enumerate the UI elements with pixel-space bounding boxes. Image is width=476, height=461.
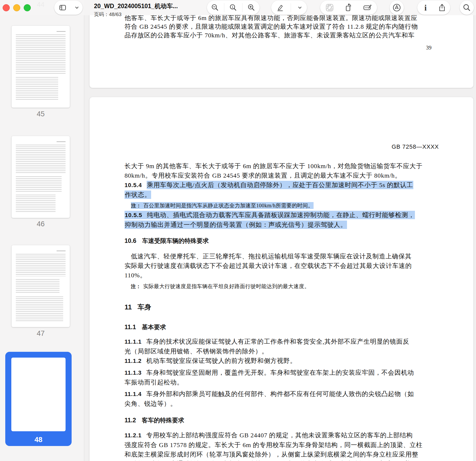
page-indicator: 页码：48/63 xyxy=(94,11,178,18)
highlighted-text: 纯电动、插电式混合动力载客汽车应具备踏板误踩加速抑制功能，在静止、蠕行时能够检测… xyxy=(147,212,415,218)
thumbnail-page-preview xyxy=(16,254,66,276)
rotate-button[interactable] xyxy=(341,1,356,15)
heading-text: 车速受限车辆的特殊要求 xyxy=(142,237,209,244)
window-title: 20_WD_2024005101_机动车... xyxy=(94,2,178,10)
standard-number-header: GB 7258—XXXX xyxy=(125,143,439,150)
doc-line: 实际最大行驶速度在满载状态下不会超过其最大设计车速，在空载状态下不会超过其最大设… xyxy=(125,261,439,270)
sidebar-toggle-group xyxy=(54,1,83,15)
zoom-actual-size-button[interactable]: 1 xyxy=(226,1,240,15)
search-icon xyxy=(463,3,471,12)
share-button[interactable] xyxy=(435,1,449,15)
doc-note-line: 注：百公里加速时间是指汽车从静止状态全力加速至100km/h所需要的时间。 xyxy=(131,202,439,210)
doc-text: 实际最大行驶速度在满载状态下不会超过其最大设计车速，在空载状态下不会超过其最大设… xyxy=(125,262,412,269)
page-indicator-value: 48/63 xyxy=(109,12,122,17)
doc-line: 抑制动力输出并通过一个明显的信号装置（例如：声或光信号）提示驾驶人。 xyxy=(125,220,439,229)
doc-line: 110%。 xyxy=(125,270,439,280)
doc-text: 110%。 xyxy=(125,272,146,279)
chevron-down-icon xyxy=(73,4,80,11)
zoom-out-button[interactable] xyxy=(208,1,222,15)
heading-text: 基本要求 xyxy=(142,324,166,330)
sidebar-toggle-button[interactable] xyxy=(56,1,70,15)
doc-line: 11.1.1车身的技术状况应能保证驾驶人有正常的工作条件和客货安全,其外部不应产… xyxy=(125,337,439,347)
thumbnail-page-preview xyxy=(57,31,66,32)
clause-number: 11 xyxy=(125,303,132,311)
doc-note-line: 注：实际最大行驶速度是指车辆在平坦良好路面行驶时能达到的最大速度。 xyxy=(131,282,439,290)
doc-line: 11.1.2机动车驾驶室应保证驾驶人的前方视野和侧方视野。 xyxy=(125,356,439,366)
thumbnail-sidebar: 44 45 46 47 48 xyxy=(0,0,84,461)
chapter-heading: 11车身 xyxy=(125,303,439,312)
doc-line: 低速汽车、轻便摩托车、正三轮摩托车、拖拉机运输机组等车速受限车辆应在设计及制造上… xyxy=(125,252,439,261)
markup-pencil-icon xyxy=(276,3,284,12)
annotate-button[interactable] xyxy=(390,1,404,15)
section-heading: 11.1基本要求 xyxy=(125,323,439,331)
zoom-controls-group: 1 xyxy=(207,1,260,15)
doc-text: 尖角、锐边等）。 xyxy=(125,400,177,407)
highlighted-text: 抑制动力输出并通过一个明显的信号装置（例如：声或光信号）提示驾驶人。 xyxy=(125,221,347,229)
thumbnail-page-preview xyxy=(15,385,57,397)
doc-line: 10.5.4乘用车每次上电/点火后（发动机自动启停除外），应处于百公里加速时间不… xyxy=(125,180,439,190)
zoom-out-icon xyxy=(211,3,219,12)
thumbnail-page-preview xyxy=(16,195,56,213)
markup-group xyxy=(271,1,307,15)
markup-menu-button[interactable] xyxy=(295,1,305,15)
thumbnail-page-preview xyxy=(57,141,66,142)
doc-text: 80km/h。专用校车应安装符合 GB 24545 要求的限速装置，且调定的最大… xyxy=(125,172,401,179)
clause-number: 11.1.3 xyxy=(125,369,142,376)
zoom-actual-size-icon: 1 xyxy=(229,3,237,12)
section-heading: 10.6车速受限车辆的特殊要求 xyxy=(125,237,439,245)
doc-text: 低速汽车、轻便摩托车、正三轮摩托车、拖拉机运输机组等车速受限车辆应在设计及制造上… xyxy=(131,253,411,260)
doc-text: 专用校车的上部结构强度应符合 GB 24407 的规定，其他未设置乘客站立区的客… xyxy=(146,432,413,439)
thumbnail-page-preview xyxy=(16,279,60,294)
highlighted-text: 百公里加速时间是指汽车从静止状态全力加速至100km/h所需要的时间。 xyxy=(143,203,313,208)
zoom-in-button[interactable] xyxy=(244,1,259,15)
doc-text: 车振动而引起松动。 xyxy=(125,379,183,386)
window-close-button[interactable] xyxy=(3,4,10,11)
doc-line: 长大于 9m 的其他客车、车长大于或等于 6m 的旅居车不应大于 100km/h… xyxy=(125,161,439,171)
highlighted-text: 乘用车每次上电/点火后（发动机自动启停除外），应处于百公里加速时间不小于 5s … xyxy=(147,181,413,189)
thumbnail-page-47[interactable] xyxy=(12,245,70,327)
doc-line: 11.1.3车身和驾驶室应坚固耐用，覆盖件无开裂。车身和驾驶室在车架上的安装应牢… xyxy=(125,368,439,378)
heading-text: 客车的特殊要求 xyxy=(142,417,184,424)
thumbnail-page-preview xyxy=(16,145,66,174)
doc-line: 车振动而引起松动。 xyxy=(125,378,439,387)
doc-line: 80km/h。专用校车应安装符合 GB 24545 要求的限速装置，且调定的最大… xyxy=(125,171,439,180)
doc-text: 实际最大行驶速度是指车辆在平坦良好路面行驶时能达到的最大速度。 xyxy=(143,283,310,289)
thumbnail-page-preview xyxy=(15,362,62,383)
thumbnail-page-48-selected[interactable]: 48 xyxy=(5,352,72,446)
thumbnail-page-preview xyxy=(16,297,63,322)
clause-number: 10.5.5 xyxy=(125,212,142,218)
info-button[interactable]: i xyxy=(418,1,433,15)
page-tools-group xyxy=(320,1,377,15)
search-group xyxy=(460,1,474,15)
thumbnail-page-45[interactable] xyxy=(12,26,70,108)
doc-text: 强度应符合 GB 17578 的规定。车长大于 6m 的专用校车应为车身骨架结构… xyxy=(125,442,423,448)
pen-nib-circle-icon xyxy=(392,3,401,12)
note-label: 注： xyxy=(131,284,141,289)
thumbnail-page-preview xyxy=(15,399,60,418)
window-zoom-button[interactable] xyxy=(24,4,31,11)
thumbnail-page-46[interactable] xyxy=(12,136,70,218)
thumbnail-label-47: 47 xyxy=(12,329,70,338)
doc-text: 和底架主横梁应形成封闭环（轮罩与顶风窗处除外），从侧窗上纵梁到底横梁之间的车身立… xyxy=(125,451,418,458)
doc-line: 11.1.4车身外部和内部乘员可能触及的任何部件、构件都不应有任何可能使人致伤的… xyxy=(125,389,439,399)
heading-text: 车身 xyxy=(138,303,151,311)
doc-line: 符合 GB 24545 的要求，且限速功能或限速装置调定的最大车速对设置了符合 … xyxy=(125,22,439,31)
page-indicator-label: 页码： xyxy=(94,12,109,17)
sidebar-icon xyxy=(58,3,67,12)
window-minimize-button[interactable] xyxy=(13,4,20,11)
doc-line: 强度应符合 GB 17578 的规定。车长大于 6m 的专用校车应为车身骨架结构… xyxy=(125,440,439,450)
doc-line: 和底架主横梁应形成封闭环（轮罩与顶风窗处除外），从侧窗上纵梁到底横梁之间的车身立… xyxy=(125,450,439,459)
markup-button[interactable] xyxy=(273,1,287,15)
clause-number: 11.1.4 xyxy=(125,391,142,397)
clause-number: 11.2 xyxy=(125,417,136,424)
form-fill-button[interactable] xyxy=(360,1,375,15)
doc-text: 车身的技术状况应能保证驾驶人有正常的工作条件和客货安全,其外部不应产生明显的镜面… xyxy=(146,338,409,345)
doc-line: 作状态。 xyxy=(125,190,439,199)
svg-text:1: 1 xyxy=(232,5,234,9)
clause-number: 11.1 xyxy=(125,324,136,330)
search-button[interactable] xyxy=(460,1,474,15)
page-number-39: 39 xyxy=(125,44,439,51)
redact-icon xyxy=(325,3,334,12)
sidebar-view-menu-button[interactable] xyxy=(72,1,82,15)
note-label: 注： xyxy=(131,203,141,208)
